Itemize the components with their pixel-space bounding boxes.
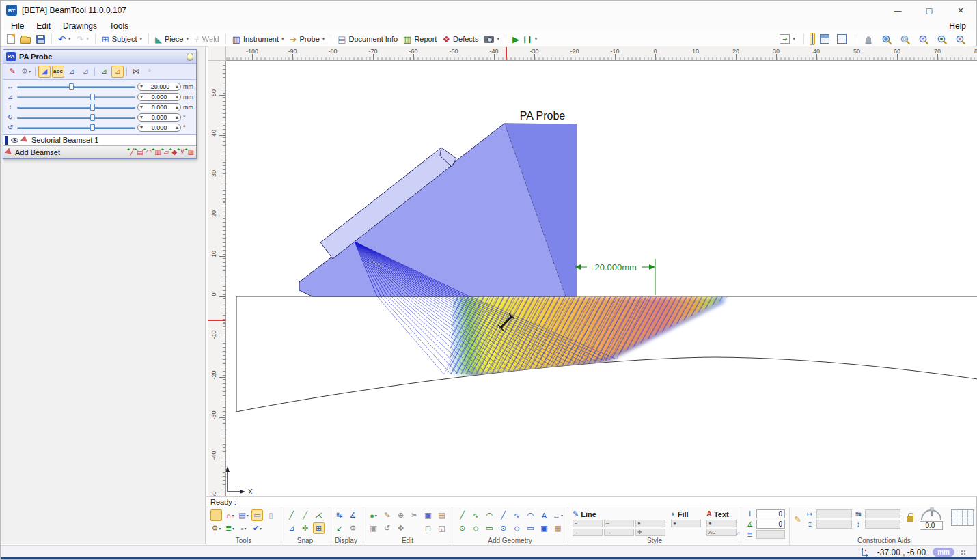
probe-x-position-thumb[interactable] xyxy=(69,83,74,90)
snap-midpoint[interactable]: ✢ xyxy=(299,522,311,534)
menu-help[interactable]: Help xyxy=(943,21,972,31)
add-circle-piece[interactable]: ⊙ xyxy=(456,522,468,534)
units-badge[interactable]: mm xyxy=(933,548,954,557)
add-polyline[interactable]: ∿ xyxy=(511,509,523,521)
x-offset-field[interactable] xyxy=(816,509,852,518)
probe-elevation-thumb[interactable] xyxy=(90,104,95,111)
maximize-button[interactable]: ▢ xyxy=(913,1,945,20)
menu-edit[interactable]: Edit xyxy=(30,21,57,31)
toggle-beams-icon[interactable]: ◢ xyxy=(38,66,51,78)
zoom-window-button[interactable] xyxy=(897,33,913,46)
edit-pencil[interactable]: ✎ xyxy=(381,509,393,521)
select-contour[interactable]: ◻ xyxy=(422,522,434,534)
text-angle-field[interactable]: 0 xyxy=(756,520,785,529)
add-image[interactable]: ▦ xyxy=(552,522,564,534)
select-tool[interactable] xyxy=(210,509,222,521)
text-case-button[interactable]: AC xyxy=(706,529,737,536)
probe-index-offset-spinner[interactable]: ▾0.000▴ xyxy=(137,93,181,101)
wrench-tool[interactable]: ⚙▾ xyxy=(210,522,222,534)
show-beams[interactable]: ↙ xyxy=(333,522,345,534)
view-solid-button[interactable] xyxy=(810,33,815,45)
weld-button[interactable]: ⑂Weld xyxy=(191,33,222,45)
copy[interactable]: ▣ xyxy=(422,509,434,521)
toggle-exit-point-icon[interactable]: ⊿ xyxy=(66,66,78,78)
screenshot-button[interactable]: ▾ xyxy=(481,34,502,44)
aspect-lock-icon[interactable] xyxy=(907,516,913,522)
probe-rotation-thumb[interactable] xyxy=(90,114,95,121)
add-arc[interactable]: ◠ xyxy=(525,509,536,521)
undo-button[interactable]: ↶▾ xyxy=(55,33,73,45)
y-offset-field[interactable] xyxy=(816,520,852,529)
magnet-tool[interactable]: ∩▾ xyxy=(224,509,236,521)
add-rect[interactable]: ▭ xyxy=(525,522,536,534)
wedge-dimensions-icon[interactable]: ⊿ xyxy=(98,66,110,78)
select-region[interactable]: ◱ xyxy=(436,522,448,534)
add-linear-beamset-icon[interactable]: ▤ xyxy=(137,148,143,156)
show-dimensions[interactable]: ↹ xyxy=(333,509,345,521)
snap-grid[interactable]: ⊞ xyxy=(313,522,325,534)
zoom-out-button[interactable] xyxy=(952,33,969,46)
text-height-lock-icon[interactable]: I xyxy=(745,510,754,518)
probe-skew-thumb[interactable] xyxy=(90,124,95,131)
marquee-select-tool[interactable]: ▫▾ xyxy=(238,522,249,534)
snap-axis[interactable]: ⊿ xyxy=(286,522,297,534)
add-skew-beamset-icon[interactable]: ▱ xyxy=(164,148,169,156)
add-matrix-beamset-icon[interactable]: ▨ xyxy=(188,148,194,156)
x-span-field[interactable] xyxy=(865,509,900,518)
add-polyline-piece[interactable]: ∿ xyxy=(470,509,482,521)
probe-skew-slider[interactable] xyxy=(17,124,135,131)
toggle-wedge-outline-icon[interactable]: ⊿ xyxy=(79,66,92,78)
grid-settings-icon[interactable] xyxy=(951,509,974,526)
add-node[interactable]: ⊕ xyxy=(395,509,407,521)
view-top-button[interactable] xyxy=(817,33,832,45)
close-button[interactable]: ✕ xyxy=(945,1,976,20)
probe-button[interactable]: ➔Probe▾ xyxy=(286,33,327,45)
add-arc-piece[interactable]: ◠ xyxy=(484,509,495,521)
paste[interactable]: ▤ xyxy=(436,509,448,521)
line-color-button[interactable]: ● xyxy=(635,520,665,527)
add-dimension[interactable]: ↔▾ xyxy=(552,509,564,521)
save-button[interactable] xyxy=(33,33,48,45)
probe-index-offset-thumb[interactable] xyxy=(90,94,95,100)
palette-header[interactable]: PA PA Probe xyxy=(3,50,196,64)
properties-panel-tool[interactable]: ▤▾ xyxy=(238,509,249,521)
new-document-button[interactable] xyxy=(4,33,18,45)
y-span-field[interactable] xyxy=(865,520,900,529)
zoom-in-button[interactable] xyxy=(934,33,950,46)
add-rect-piece[interactable]: ▭ xyxy=(484,522,495,534)
piece-button[interactable]: ◣Piece▾ xyxy=(152,33,191,45)
redo-button[interactable]: ↷▾ xyxy=(73,33,91,45)
angle-lock-icon[interactable]: ∡ xyxy=(745,520,754,528)
add-text[interactable]: A xyxy=(538,509,550,521)
probe-x-position-slider[interactable] xyxy=(17,83,135,90)
wedge-angle-icon[interactable]: ⊿ xyxy=(111,66,124,78)
visibility-eye-icon[interactable] xyxy=(11,138,18,143)
angle-dial-field[interactable]: 0.0 xyxy=(920,521,943,530)
add-circle[interactable]: ⊙ xyxy=(497,522,509,534)
zoom-selected-button[interactable] xyxy=(916,33,932,46)
angle-dial[interactable] xyxy=(921,509,941,520)
open-document-button[interactable] xyxy=(18,33,33,45)
probe-skew-spinner[interactable]: ▾0.000▴ xyxy=(137,124,181,132)
subject-button[interactable]: ⊞Subject▾ xyxy=(99,33,145,45)
add-sectorial-beamset-icon[interactable]: ◠ xyxy=(146,148,152,156)
probe-elevation-slider[interactable] xyxy=(17,104,135,111)
probe-rotation-slider[interactable] xyxy=(17,114,135,121)
mirror-probe-icon[interactable]: ⋈ xyxy=(130,66,142,78)
pin-icon[interactable] xyxy=(187,53,193,61)
menu-file[interactable]: File xyxy=(5,21,30,31)
add-compound-beamset-icon[interactable]: ◆ xyxy=(172,148,178,156)
line-dash-button[interactable]: ┄ xyxy=(604,520,634,527)
beamset-row[interactable]: Sectorial Beamset 1 xyxy=(3,134,196,145)
rotate[interactable]: ↺ xyxy=(381,522,393,534)
instrument-button[interactable]: ▥Instrument▾ xyxy=(230,33,287,45)
probe-rotation-spinner[interactable]: ▾0.000▴ xyxy=(137,113,181,122)
snap-intersection[interactable]: ⋌ xyxy=(313,509,325,521)
line-start-arrow-button[interactable]: ← xyxy=(573,529,603,536)
style-expander-icon[interactable]: ◿ xyxy=(736,531,739,536)
cut[interactable]: ✂ xyxy=(409,509,420,521)
snap-nearest[interactable]: ╱ xyxy=(299,509,311,521)
display-settings[interactable]: ⚙ xyxy=(347,522,359,534)
add-polygon-piece[interactable]: ◇ xyxy=(470,522,482,534)
add-polygon[interactable]: ◇ xyxy=(511,522,523,534)
